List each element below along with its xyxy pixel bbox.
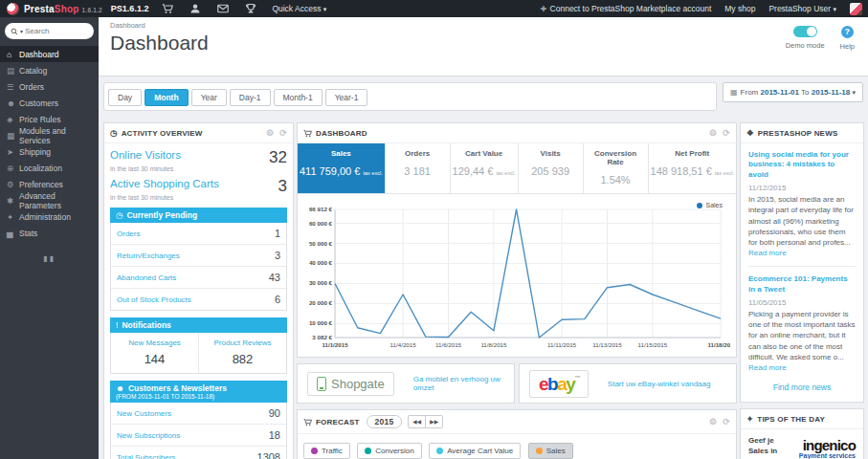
- kpi-stats-row: Sales411 759,00 € tax excl. Orders3 181 …: [298, 143, 736, 194]
- messages-icon[interactable]: [217, 3, 229, 14]
- stat-orders[interactable]: Orders3 181: [386, 143, 451, 193]
- quick-access-menu[interactable]: Quick Access ▾: [272, 4, 326, 13]
- stat-sales[interactable]: Sales411 759,00 € tax excl.: [298, 143, 386, 193]
- sidebar-item-catalog[interactable]: ▤Catalog: [0, 62, 99, 78]
- svg-text:11/18/201: 11/18/201: [707, 341, 730, 348]
- price-rules-icon: ◈: [7, 115, 19, 124]
- search-scope-caret-icon[interactable]: ▾: [20, 28, 23, 34]
- panel-refresh-icon[interactable]: ⟳: [723, 128, 730, 138]
- breadcrumb[interactable]: Dashboard: [110, 21, 858, 30]
- forecast-year[interactable]: 2015: [367, 415, 403, 428]
- sidebar-collapse-button[interactable]: ▮▮: [0, 254, 99, 263]
- pending-row-out-of-stock[interactable]: Out of Stock Products6: [111, 289, 286, 310]
- shopgate-banner[interactable]: Shopgate Ga mobiel en verhoog uw omzet: [297, 363, 515, 404]
- svg-text:11/15/2015: 11/15/2015: [638, 341, 668, 348]
- marketplace-link[interactable]: ✚Connect to PrestaShop Marketplace accou…: [541, 4, 711, 13]
- notifications-alert-icon: !: [116, 320, 118, 330]
- dashboard-icon: ⌂: [7, 50, 19, 59]
- panel-settings-icon[interactable]: ⚙: [266, 128, 274, 138]
- search-input[interactable]: [25, 27, 78, 35]
- date-range-picker[interactable]: ▦From 2015-11-01 To 2015-11-18 ▾: [723, 82, 863, 102]
- my-shop-link[interactable]: My shop: [724, 4, 755, 13]
- sidebar-item-administration[interactable]: ✦Administration: [0, 208, 99, 225]
- preferences-icon: ⚙: [7, 180, 19, 189]
- news-article: Using social media for your business: 4 …: [748, 150, 856, 258]
- activity-clock-icon: ◷: [110, 128, 118, 138]
- tips-panel-title: TIPS OF THE DAY: [757, 415, 825, 424]
- range-button-month-1[interactable]: Month-1: [274, 89, 323, 106]
- sidebar-item-customers[interactable]: ☻Customers: [0, 95, 99, 111]
- shopgate-link[interactable]: Ga mobiel en verhoog uw omzet: [413, 375, 504, 392]
- panel-refresh-icon[interactable]: ⟳: [723, 417, 730, 426]
- svg-text:3 082 €: 3 082 €: [312, 334, 332, 340]
- panel-refresh-icon[interactable]: ⟳: [279, 128, 287, 138]
- find-more-news-link[interactable]: Find more news: [748, 382, 856, 392]
- sidebar-item-stats[interactable]: ▅Stats: [0, 225, 99, 241]
- svg-text:40 000 €: 40 000 €: [309, 259, 333, 266]
- stat-visits[interactable]: Visits205 939: [519, 143, 584, 193]
- forecast-toggle-traffic[interactable]: Traffic: [303, 443, 350, 459]
- read-more-link[interactable]: Read more: [748, 363, 787, 372]
- panel-settings-icon[interactable]: ⚙: [709, 417, 717, 426]
- sidebar-item-orders[interactable]: ☰Orders: [0, 78, 99, 95]
- pending-row-orders[interactable]: Orders1: [111, 223, 286, 245]
- customers-row-new-customers[interactable]: New Customers90: [111, 403, 286, 425]
- customers-person-icon: ☻: [116, 383, 124, 393]
- forecast-cart-icon: [303, 418, 312, 426]
- active-carts-value: 3: [278, 178, 287, 194]
- forecast-prev-button[interactable]: ◀◀: [409, 416, 425, 427]
- ebay-banner[interactable]: ebay™ Start uw eBay-winkel vandaag: [519, 363, 737, 404]
- stat-net-profit[interactable]: Net Profit148 918,51 € tax excl.: [649, 143, 736, 193]
- phone-icon: [317, 377, 326, 391]
- sidebar-item-advanced-parameters[interactable]: ✱Advanced Parameters: [0, 192, 99, 208]
- new-messages-cell[interactable]: New Messages144: [111, 333, 198, 373]
- product-reviews-cell[interactable]: Product Reviews882: [198, 333, 286, 373]
- sidebar-item-price-rules[interactable]: ◈Price Rules: [0, 111, 99, 127]
- range-button-day[interactable]: Day: [108, 89, 142, 106]
- ebay-link[interactable]: Start uw eBay-winkel vandaag: [608, 380, 711, 388]
- forecast-toggle-average-cart-value[interactable]: Average Cart Value: [429, 443, 521, 459]
- search-box[interactable]: ▾: [5, 23, 94, 39]
- cart-icon[interactable]: [162, 3, 173, 14]
- demo-mode-toggle[interactable]: [793, 26, 817, 37]
- pending-row-returns[interactable]: Return/Exchanges3: [111, 245, 286, 267]
- customers-icon: ☻: [7, 98, 19, 108]
- range-button-month[interactable]: Month: [145, 89, 189, 106]
- date-to: 2015-11-18: [812, 88, 850, 97]
- forecast-toggle-sales[interactable]: Sales: [528, 443, 573, 459]
- news-article-date: 11/05/2015: [748, 298, 856, 307]
- svg-text:30 000 €: 30 000 €: [309, 279, 333, 286]
- sidebar-item-dashboard[interactable]: ⌂Dashboard: [0, 46, 99, 62]
- range-button-day-1[interactable]: Day-1: [230, 89, 271, 106]
- range-button-year[interactable]: Year: [191, 89, 227, 106]
- help-control: ? Help: [840, 26, 855, 51]
- sidebar-item-modules[interactable]: ▦Modules and Services: [0, 127, 99, 143]
- pending-row-abandoned-carts[interactable]: Abandoned Carts43: [111, 267, 286, 289]
- news-article-title[interactable]: Using social media for your business: 4 …: [748, 150, 856, 180]
- panel-settings-icon[interactable]: ⚙: [709, 128, 717, 138]
- customers-row-total-subscribers[interactable]: Total Subscribers1308: [111, 447, 286, 459]
- svg-text:11/8/2015: 11/8/2015: [480, 341, 507, 348]
- online-visitors-label[interactable]: Online Visitors: [110, 149, 181, 161]
- sidebar-item-preferences[interactable]: ⚙Preferences: [0, 176, 99, 192]
- read-more-link[interactable]: Read more: [748, 249, 787, 257]
- chart-legend[interactable]: Sales: [697, 202, 723, 208]
- stat-cart-value[interactable]: Cart Value129,44 € tax excl.: [451, 143, 519, 193]
- forecast-next-button[interactable]: ▶▶: [425, 416, 442, 427]
- date-range-buttons: DayMonthYearDay-1Month-1Year-1: [103, 82, 717, 111]
- active-carts-label[interactable]: Active Shopping Carts: [110, 178, 219, 189]
- stat-conversion-rate[interactable]: Conversion Rate1.54%: [584, 143, 649, 193]
- customers-row-new-subscriptions[interactable]: New Subscriptions18: [111, 425, 286, 447]
- shipping-icon: ➤: [7, 147, 19, 157]
- range-button-year-1[interactable]: Year-1: [325, 89, 368, 106]
- sidebar-item-localization[interactable]: ⊕Localization: [0, 160, 99, 176]
- employee-icon[interactable]: [189, 3, 201, 14]
- sidebar-item-shipping[interactable]: ➤Shipping: [0, 143, 99, 160]
- forecast-toggle-conversion[interactable]: Conversion: [357, 443, 421, 459]
- modules-icon: ▦: [7, 131, 19, 141]
- news-article-title[interactable]: Ecommerce 101: Payments in a Tweet: [748, 274, 856, 295]
- user-avatar[interactable]: [850, 3, 862, 15]
- help-icon[interactable]: ?: [841, 26, 854, 38]
- user-menu[interactable]: PrestaShop User ▾: [768, 4, 836, 13]
- trophy-icon[interactable]: [245, 3, 256, 14]
